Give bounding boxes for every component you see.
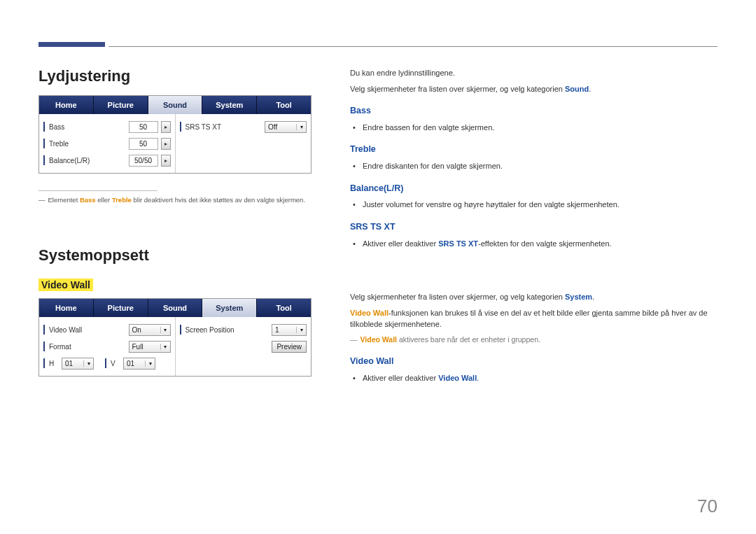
chevron-down-icon: ▾ <box>296 124 306 130</box>
chevron-down-icon: ▾ <box>83 360 93 367</box>
bass-desc: Endre bassen for den valgte skjermen. <box>353 122 718 134</box>
tab-tool-2[interactable]: Tool <box>257 299 311 317</box>
footnote-text: ―Elementet Bass eller Treble blir deakti… <box>38 195 312 204</box>
screenpos-select[interactable]: 1 ▾ <box>272 324 307 336</box>
heading-treble: Treble <box>350 143 718 156</box>
screenpos-label: Screen Position <box>186 326 270 334</box>
balance-step-icon[interactable]: ▸ <box>161 155 171 167</box>
tab-sound[interactable]: Sound <box>148 96 203 114</box>
treble-value[interactable]: 50 <box>129 138 158 150</box>
system-intro: Velg skjermenheter fra listen over skjer… <box>350 291 718 303</box>
bass-step-icon[interactable]: ▸ <box>161 121 171 133</box>
v-select[interactable]: 01 ▾ <box>123 358 155 370</box>
videowall-item-desc: Aktiver eller deaktiver Video Wall. <box>353 372 718 384</box>
tab-picture[interactable]: Picture <box>94 96 148 114</box>
tab-system[interactable]: System <box>202 96 257 114</box>
srs-label: SRS TS XT <box>186 123 262 131</box>
section-title-lydjustering: Lydjustering <box>38 67 312 85</box>
heading-bass: Bass <box>350 104 718 118</box>
row-marker-icon <box>105 358 106 368</box>
bass-value[interactable]: 50 <box>129 121 158 133</box>
tab-home[interactable]: Home <box>39 96 94 114</box>
row-marker-icon <box>180 122 181 132</box>
tab-tool[interactable]: Tool <box>257 96 311 114</box>
treble-step-icon[interactable]: ▸ <box>161 138 171 150</box>
balance-label: Balance(L/R) <box>49 157 126 164</box>
heading-balance: Balance(L/R) <box>350 182 718 195</box>
row-marker-icon <box>43 139 45 148</box>
header-rule <box>108 46 718 47</box>
balance-value[interactable]: 50/50 <box>129 155 158 167</box>
h-select[interactable]: 01 ▾ <box>62 358 94 370</box>
chevron-down-icon: ▾ <box>145 360 155 367</box>
tab-bar-2: Home Picture Sound System Tool <box>39 299 311 317</box>
row-marker-icon <box>43 155 45 165</box>
treble-label: Treble <box>49 140 126 148</box>
balance-desc: Juster volumet for venstre og høyre høyt… <box>353 199 718 211</box>
h-label: H <box>49 360 59 367</box>
chevron-down-icon: ▾ <box>160 344 170 350</box>
tab-system-2[interactable]: System <box>202 299 257 317</box>
tab-picture-2[interactable]: Picture <box>94 299 148 317</box>
treble-desc: Endre diskanten for den valgte skjermen. <box>353 160 718 172</box>
intro-text-2: Velg skjermenheter fra listen over skjer… <box>350 83 718 95</box>
videowall-note: ―Video Wall aktiveres bare når det er en… <box>350 335 718 346</box>
videowall-label: Video Wall <box>49 326 126 334</box>
srs-desc: Aktiver eller deaktiver SRS TS XT-effekt… <box>353 238 718 250</box>
intro-text-1: Du kan endre lydinnstillingene. <box>350 67 718 79</box>
h-value: 01 <box>65 360 73 367</box>
chevron-down-icon: ▾ <box>160 327 170 333</box>
system-settings-panel: Home Picture Sound System Tool Video Wal… <box>38 298 312 377</box>
row-marker-icon <box>43 342 45 351</box>
srs-select[interactable]: Off ▾ <box>265 121 307 133</box>
chevron-down-icon: ▾ <box>296 327 306 333</box>
srs-value: Off <box>268 123 277 131</box>
format-select[interactable]: Full ▾ <box>129 341 171 353</box>
videowall-value: On <box>132 326 141 334</box>
v-value: 01 <box>127 360 134 367</box>
sound-settings-panel: Home Picture Sound System Tool Bass 50 ▸ <box>38 95 312 174</box>
page-number: 70 <box>697 496 718 517</box>
section-title-systemoppsett: Systemoppsett <box>38 246 312 265</box>
videowall-desc: Video Wall-funksjonen kan brukes til å v… <box>350 307 718 330</box>
screenpos-value: 1 <box>275 326 279 334</box>
bass-label: Bass <box>49 123 126 131</box>
row-marker-icon <box>43 325 45 335</box>
format-label: Format <box>49 343 126 351</box>
row-marker-icon <box>43 358 45 368</box>
tab-bar: Home Picture Sound System Tool <box>39 96 311 114</box>
preview-button[interactable]: Preview <box>272 341 307 353</box>
row-marker-icon <box>180 325 181 335</box>
heading-srs: SRS TS XT <box>350 220 718 234</box>
tab-home-2[interactable]: Home <box>39 299 94 317</box>
video-wall-highlight: Video Wall <box>38 279 93 291</box>
header-accent-bar <box>38 42 105 47</box>
format-value: Full <box>132 343 144 351</box>
row-marker-icon <box>43 122 45 132</box>
footnote-rule <box>38 190 158 191</box>
tab-sound-2[interactable]: Sound <box>148 299 203 317</box>
heading-videowall: Video Wall <box>350 355 718 368</box>
videowall-select[interactable]: On ▾ <box>129 324 171 336</box>
v-label: V <box>111 360 120 367</box>
